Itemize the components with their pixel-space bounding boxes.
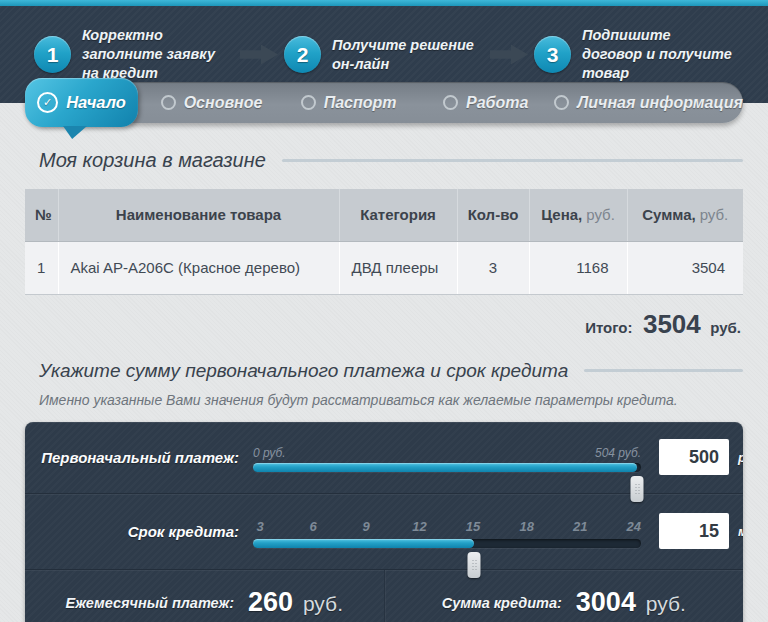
col-header-product: Наименование товара — [58, 189, 339, 241]
credit-section-title: Укажите сумму первоначального платежа и … — [25, 360, 743, 382]
main-content: Моя корзина в магазине № Наименование то… — [0, 149, 768, 622]
credit-sum-unit — [638, 592, 644, 615]
down-payment-unit: руб. — [738, 450, 743, 465]
monthly-payment-unit — [295, 592, 301, 615]
total-value: 3504 — [643, 309, 701, 339]
term-input[interactable] — [659, 513, 729, 549]
credit-calculator-panel: Первоначальный платеж: 0 руб. 504 руб. р… — [25, 422, 743, 622]
step-3: 3 Подпишите договор и получите товар — [534, 26, 734, 83]
arrow-right-icon — [240, 42, 278, 68]
inactive-tabs: Основное Паспорт Работа Личная информаци… — [143, 94, 743, 112]
grip-dots-icon — [471, 559, 477, 571]
term-ticks: 3 6 9 12 15 18 21 24 — [253, 514, 641, 539]
tab-main-label: Основное — [184, 94, 263, 112]
term-slider-fill — [253, 539, 474, 548]
total-label: Итого: — [585, 319, 632, 336]
title-rule — [282, 159, 743, 162]
monthly-payment-value: 260 руб. — [248, 587, 343, 618]
down-payment-input[interactable] — [659, 439, 729, 475]
tab-start-active[interactable]: ✓ Начало — [25, 78, 138, 127]
col-header-qty: Кол-во — [457, 189, 529, 241]
cell-price: 1168 — [529, 241, 627, 294]
step-3-label: Подпишите договор и получите товар — [582, 26, 734, 83]
down-payment-scale: 0 руб. 504 руб. — [253, 442, 641, 463]
monthly-payment-label: Ежемесячный платеж: — [66, 595, 235, 611]
cell-num: 1 — [25, 241, 58, 294]
total-unit: руб. — [710, 319, 741, 336]
down-payment-row: Первоначальный платеж: 0 руб. 504 руб. р… — [25, 422, 743, 493]
step-1-label: Корректно заполните заявку на кредит — [82, 26, 234, 83]
credit-application-page: 1 Корректно заполните заявку на кредит 2… — [0, 0, 768, 622]
col-header-category: Категория — [339, 189, 457, 241]
col-header-num: № — [25, 189, 58, 241]
radio-circle-icon — [161, 95, 176, 110]
tab-personal-info-label: Личная информация — [577, 94, 743, 112]
step-2-number-badge: 2 — [284, 36, 321, 73]
slider-max-label: 504 руб. — [595, 446, 641, 460]
radio-circle-icon — [301, 95, 316, 110]
cart-title-text: Моя корзина в магазине — [39, 149, 266, 172]
tab-personal-info[interactable]: Личная информация — [554, 94, 743, 112]
radio-circle-icon — [554, 95, 569, 110]
col-header-price: Цена,руб. — [529, 189, 627, 241]
credit-title-text: Укажите сумму первоначального платежа и … — [39, 360, 568, 382]
slider-min-label: 0 руб. — [253, 446, 286, 460]
arrow-right-icon — [490, 42, 528, 68]
cell-product-name: Akai AP-A206C (Красное дерево) — [58, 241, 339, 294]
active-tab-tail — [63, 126, 87, 139]
down-payment-slider-handle[interactable] — [631, 476, 644, 502]
step-2-label: Получите решение он-лайн — [332, 36, 484, 74]
tab-passport[interactable]: Паспорт — [280, 94, 417, 112]
term-sliderbox: 3 6 9 12 15 18 21 24 — [253, 514, 641, 548]
step-2: 2 Получите решение он-лайн — [284, 36, 484, 74]
tabbar-wrap: ✓ Начало Основное Паспорт Работа — [0, 82, 768, 123]
tab-start-label: Начало — [66, 93, 126, 112]
cart-table: № Наименование товара Категория Кол-во Ц… — [25, 189, 743, 295]
tab-passport-label: Паспорт — [324, 94, 397, 112]
down-payment-label: Первоначальный платеж: — [25, 449, 253, 466]
grip-dots-icon — [634, 483, 640, 495]
check-circle-icon: ✓ — [37, 92, 58, 113]
credit-sum-cell: Сумма кредита: 3004 руб. — [384, 570, 744, 622]
title-rule — [584, 369, 743, 372]
term-unit: мес. — [738, 524, 743, 539]
cell-sum: 3504 — [627, 241, 743, 294]
tab-main[interactable]: Основное — [143, 94, 280, 112]
wizard-tabbar: ✓ Начало Основное Паспорт Работа — [25, 82, 743, 123]
down-payment-slider-track[interactable] — [253, 463, 641, 472]
step-1: 1 Корректно заполните заявку на кредит — [34, 26, 234, 83]
credit-subtitle: Именно указанные Вами значения будут рас… — [39, 392, 743, 408]
cell-category: ДВД плееры — [339, 241, 457, 294]
monthly-payment-cell: Ежемесячный платеж: 260 руб. — [25, 570, 384, 622]
term-slider-track[interactable] — [253, 539, 641, 548]
tab-work-label: Работа — [466, 94, 528, 112]
down-payment-slider-fill — [253, 463, 637, 472]
cart-total: Итого: 3504 руб. — [25, 309, 741, 340]
summary-row: Ежемесячный платеж: 260 руб. Сумма креди… — [25, 569, 743, 622]
down-payment-valbox: руб. — [659, 439, 743, 475]
radio-circle-icon — [443, 95, 458, 110]
cell-qty: 3 — [457, 241, 529, 294]
down-payment-sliderbox: 0 руб. 504 руб. — [253, 442, 641, 472]
cart-section-title: Моя корзина в магазине — [25, 149, 743, 172]
credit-sum-value: 3004 руб. — [576, 587, 686, 618]
term-row: Срок кредита: 3 6 9 12 15 18 21 24 — [25, 493, 743, 569]
term-valbox: мес. — [659, 513, 743, 549]
step-3-number-badge: 3 — [534, 36, 571, 73]
step-1-number-badge: 1 — [34, 36, 71, 73]
term-slider-handle[interactable] — [468, 552, 481, 578]
cart-table-header-row: № Наименование товара Категория Кол-во Ц… — [25, 189, 743, 241]
cart-table-row: 1 Akai AP-A206C (Красное дерево) ДВД пле… — [25, 241, 743, 294]
term-label: Срок кредита: — [25, 523, 253, 540]
credit-sum-label: Сумма кредита: — [442, 595, 562, 611]
tab-work[interactable]: Работа — [417, 94, 554, 112]
col-header-sum: Сумма,руб. — [627, 189, 743, 241]
